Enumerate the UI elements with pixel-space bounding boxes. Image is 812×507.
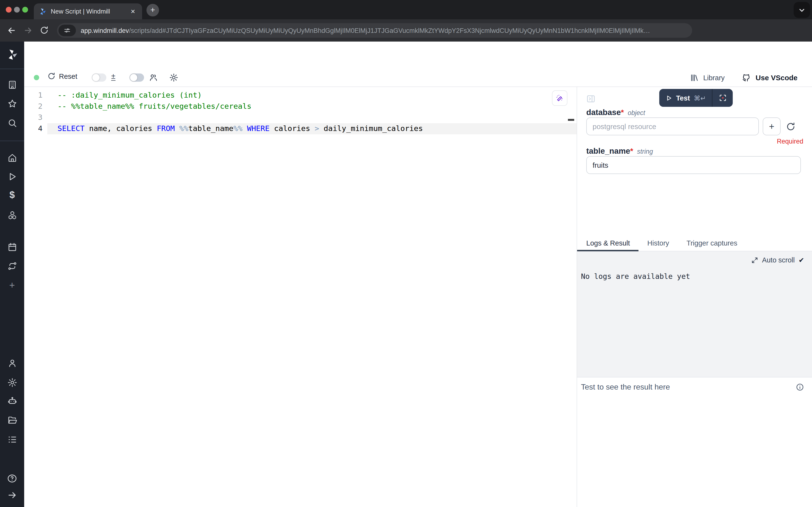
sidebar-item-workers-icon[interactable] (0, 396, 24, 406)
url-bar[interactable]: app.windmill.dev/scripts/add#JTdCJTIyaGF… (57, 23, 692, 38)
browser-tab[interactable]: New Script | Windmill ✕ (34, 3, 142, 19)
sidebar-divider (0, 69, 24, 69)
test-label: Test (676, 94, 690, 102)
sidebar-item-home-icon[interactable] (0, 153, 24, 163)
code-editor[interactable]: 1-- :daily_minimum_calories (int)2-- %%t… (24, 87, 577, 507)
result-placeholder: Test to see the result here (581, 383, 670, 392)
users-icon[interactable] (149, 73, 158, 82)
code-line[interactable]: 3 (24, 112, 577, 123)
test-panel: Test ⌘↵ database* object + Required tabl… (577, 87, 812, 507)
back-icon[interactable] (7, 25, 16, 35)
add-resource-button[interactable]: + (763, 117, 780, 135)
url-text: app.windmill.dev/scripts/add#JTdCJTIyaGF… (81, 27, 650, 34)
line-number: 3 (24, 112, 43, 123)
sidebar-item-variables-icon[interactable]: $ (0, 189, 24, 201)
field-type: string (637, 148, 653, 155)
tab-title: New Script | Windmill (51, 8, 128, 15)
reset-button[interactable]: Reset (47, 72, 77, 80)
tab-search-button[interactable] (794, 2, 810, 18)
field-name: table_name (586, 147, 630, 155)
window-close-button[interactable] (6, 7, 12, 12)
script-header: Path u/henri/magical_script Settings Dra… (0, 42, 812, 69)
tab-close-icon[interactable]: ✕ (128, 7, 137, 16)
logs-area: Auto scroll ✔ No logs are available yet (577, 251, 812, 377)
sidebar-item-users-icon[interactable] (0, 358, 24, 368)
sidebar-item-schedules-icon[interactable] (0, 242, 24, 252)
autoscroll-label[interactable]: Auto scroll (762, 256, 795, 264)
refresh-resource-icon[interactable] (786, 122, 796, 131)
test-shortcut: ⌘↵ (694, 94, 706, 102)
collapse-panel-icon[interactable] (586, 94, 595, 103)
url-path: /scripts/add#JTdCJTIyaGFzaCUyMiUzQSUyMiU… (129, 27, 650, 34)
forward-icon[interactable] (23, 25, 33, 35)
library-icon (690, 73, 698, 82)
windmill-favicon (39, 7, 46, 15)
code-line[interactable]: 2-- %%table_name%% fruits/vegetables/cer… (24, 101, 577, 112)
refresh-icon (47, 72, 56, 80)
capture-test-button[interactable] (712, 89, 733, 107)
reset-label: Reset (59, 72, 77, 80)
library-button[interactable]: Library (703, 74, 725, 81)
new-tab-button[interactable]: + (147, 4, 159, 16)
tab-trigger-captures[interactable]: Trigger captures (678, 236, 746, 251)
windmill-logo[interactable] (0, 49, 24, 60)
table-name-input[interactable] (586, 156, 801, 174)
site-settings-icon[interactable] (58, 25, 76, 36)
app-sidebar: $ + (0, 42, 24, 507)
scan-icon (718, 94, 727, 102)
magic-wand-icon (556, 94, 564, 102)
expand-icon[interactable] (751, 257, 758, 264)
editor-settings-gear-icon[interactable] (169, 73, 178, 82)
chevron-down-icon (799, 6, 805, 13)
database-field-label: database* object (586, 108, 645, 117)
tab-logs-result[interactable]: Logs & Result (577, 236, 639, 251)
github-icon (742, 73, 751, 82)
window-minimize-button[interactable] (14, 7, 20, 12)
sidebar-item-resources-icon[interactable] (0, 210, 24, 220)
sidebar-item-runs-icon[interactable] (0, 172, 24, 182)
code-line[interactable]: 4SELECT name, calories FROM %%table_name… (24, 123, 577, 134)
diff-icon[interactable]: ± (111, 72, 116, 81)
result-area: Test to see the result here (577, 377, 812, 507)
browser-tabstrip: New Script | Windmill ✕ + (0, 0, 812, 19)
toggle-editor-option[interactable] (92, 73, 106, 82)
sidebar-item-folders-icon[interactable] (0, 415, 24, 425)
sidebar-item-help-icon[interactable] (0, 473, 24, 484)
sidebar-item-search-icon[interactable] (0, 118, 24, 128)
field-name: database (586, 108, 621, 116)
windmill-app: New Script | Windmill ✕ + app.windmill.d… (0, 0, 812, 507)
database-input[interactable] (586, 117, 759, 135)
required-asterisk: * (621, 108, 624, 116)
line-number: 4 (24, 123, 43, 134)
sidebar-item-settings-gear-icon[interactable] (0, 378, 24, 388)
status-dot (34, 75, 39, 80)
editor-overview-marker (568, 119, 574, 121)
sidebar-item-add-icon[interactable]: + (0, 280, 24, 291)
sidebar-item-audit-logs-icon[interactable] (0, 435, 24, 445)
required-error: Required (777, 138, 803, 145)
reload-icon[interactable] (40, 25, 49, 35)
sidebar-item-favorites-star-icon[interactable] (0, 99, 24, 109)
window-zoom-button[interactable] (22, 7, 28, 12)
code-lines[interactable]: 1-- :daily_minimum_calories (int)2-- %%t… (24, 90, 577, 134)
play-icon (665, 95, 672, 101)
use-vscode-button[interactable]: Use VScode (756, 73, 798, 82)
check-icon: ✔ (799, 256, 804, 264)
test-button[interactable]: Test ⌘↵ (659, 89, 712, 107)
no-logs-message: No logs are available yet (581, 272, 690, 281)
tab-history[interactable]: History (639, 236, 678, 251)
line-number: 1 (24, 90, 43, 101)
table-name-field-label: table_name* string (586, 147, 653, 156)
toggle-collab[interactable] (129, 73, 144, 82)
required-asterisk: * (630, 147, 633, 155)
panel-tabs: Logs & Result History Trigger captures (577, 236, 812, 251)
sidebar-item-triggers-icon[interactable] (0, 261, 24, 271)
code-line[interactable]: 1-- :daily_minimum_calories (int) (24, 90, 577, 101)
field-type: object (628, 109, 645, 116)
ai-assistant-button[interactable] (552, 91, 568, 106)
sidebar-item-workspace[interactable] (0, 80, 24, 90)
sidebar-expand-arrow-icon[interactable] (0, 490, 24, 500)
autoscroll-control[interactable]: Auto scroll ✔ (751, 256, 804, 264)
info-icon[interactable] (796, 383, 804, 392)
line-number: 2 (24, 101, 43, 112)
